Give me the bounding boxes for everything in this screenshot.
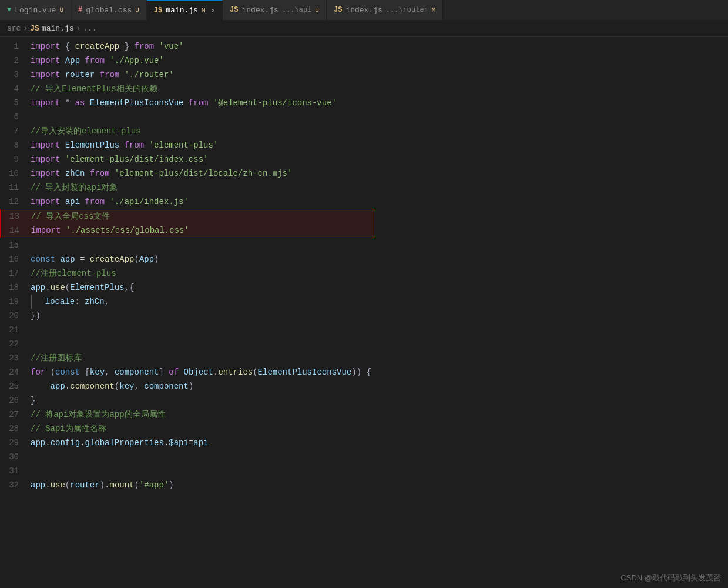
tab-index-js-api[interactable]: JS index.js ...\api U <box>223 0 327 20</box>
line-content: import * as ElementPlusIconsVue from '@e… <box>28 96 728 110</box>
code-line-31: 31 <box>0 464 728 478</box>
line-content: // 导入封装的api对象 <box>28 181 728 195</box>
code-line-29: 29 app.config.globalProperties.$api=api <box>0 436 728 450</box>
tab-label: global.css <box>86 6 132 15</box>
code-line-8: 8 import ElementPlus from 'element-plus' <box>0 138 728 152</box>
line-number: 11 <box>0 181 28 195</box>
line-number: 25 <box>0 379 28 393</box>
tab-label: index.js <box>242 6 279 15</box>
tab-badge: U <box>135 6 139 14</box>
line-number: 4 <box>0 82 28 96</box>
tab-badge: M <box>202 7 206 14</box>
code-line-4: 4 // 导入ElementPlus相关的依赖 <box>0 82 728 96</box>
line-content: locale: zhCn, <box>28 295 728 309</box>
line-number: 17 <box>0 266 28 280</box>
tab-badge: M <box>432 6 436 14</box>
line-content: // 将api对象设置为app的全局属性 <box>28 407 728 422</box>
js-icon: JS <box>230 6 238 14</box>
code-line-26: 26 } <box>0 393 728 407</box>
line-number: 31 <box>0 464 28 478</box>
line-number: 20 <box>0 309 28 323</box>
line-content: import ElementPlus from 'element-plus' <box>28 138 728 152</box>
line-content: import App from './App.vue' <box>28 54 728 68</box>
line-number: 12 <box>0 195 28 209</box>
line-content: app.use(router).mount('#app') <box>28 478 728 492</box>
line-number: 32 <box>0 478 28 492</box>
code-line-15: 15 <box>0 238 728 252</box>
line-number: 3 <box>0 68 28 82</box>
code-line-16: 16 const app = createApp(App) <box>0 252 728 266</box>
tab-label: main.js <box>166 6 198 15</box>
tab-sublabel: ...\api <box>282 6 311 14</box>
line-content: for (const [key, component] of Object.en… <box>28 365 728 379</box>
line-number: 23 <box>0 351 28 365</box>
line-number: 7 <box>0 124 28 138</box>
line-number: 27 <box>0 407 28 422</box>
line-number: 10 <box>0 166 28 181</box>
line-content: // 导入ElementPlus相关的依赖 <box>28 82 728 96</box>
tab-badge: U <box>315 6 319 14</box>
tab-close-button[interactable]: ✕ <box>211 6 215 14</box>
line-number: 21 <box>0 323 28 337</box>
line-content: import './assets/css/global.css' <box>29 223 375 238</box>
line-content: // 导入全局css文件 <box>29 209 375 223</box>
line-content: app.config.globalProperties.$api=api <box>28 436 728 450</box>
line-number: 19 <box>0 295 28 309</box>
tab-global-css[interactable]: # global.css U <box>71 0 147 20</box>
line-content: //注册element-plus <box>28 266 728 280</box>
line-number: 6 <box>0 110 28 124</box>
line-content: //注册图标库 <box>28 351 728 365</box>
tab-index-js-router[interactable]: JS index.js ...\router M <box>327 0 443 20</box>
code-line-27: 27 // 将api对象设置为app的全局属性 <box>0 407 728 422</box>
breadcrumb-src: src <box>7 24 21 33</box>
line-content: }) <box>28 309 728 323</box>
line-content: } <box>28 393 728 407</box>
line-number: 28 <box>0 422 28 436</box>
code-line-19: 19 locale: zhCn, <box>0 295 728 309</box>
code-line-11: 11 // 导入封装的api对象 <box>0 181 728 195</box>
code-line-22: 22 <box>0 337 728 351</box>
line-content: app.component(key, component) <box>28 379 728 393</box>
line-number: 1 <box>0 39 28 54</box>
code-line-28: 28 // $api为属性名称 <box>0 422 728 436</box>
code-line-3: 3 import router from './router' <box>0 68 728 82</box>
line-number: 8 <box>0 138 28 152</box>
line-content: const app = createApp(App) <box>28 252 728 266</box>
code-line-1: 1 import { createApp } from 'vue' <box>0 39 728 54</box>
code-line-12: 12 import api from './api/index.js' <box>0 195 728 209</box>
code-line-10: 10 import zhCn from 'element-plus/dist/l… <box>0 166 728 181</box>
code-line-23: 23 //注册图标库 <box>0 351 728 365</box>
tab-label: Login.vue <box>15 6 56 15</box>
line-content: import router from './router' <box>28 68 728 82</box>
code-line-2: 2 import App from './App.vue' <box>0 54 728 68</box>
code-line-21: 21 <box>0 323 728 337</box>
line-number: 22 <box>0 337 28 351</box>
code-line-6: 6 <box>0 110 728 124</box>
code-line-9: 9 import 'element-plus/dist/index.css' <box>0 152 728 166</box>
code-line-5: 5 import * as ElementPlusIconsVue from '… <box>0 96 728 110</box>
tab-main-js[interactable]: JS main.js M ✕ <box>147 0 223 20</box>
line-content: import { createApp } from 'vue' <box>28 39 728 54</box>
code-line-13: 13 // 导入全局css文件 <box>1 209 375 223</box>
breadcrumb-sep2: › <box>76 24 80 33</box>
breadcrumb-js-icon: JS <box>30 24 39 33</box>
line-number: 30 <box>0 450 28 464</box>
code-editor: 1 import { createApp } from 'vue' 2 impo… <box>0 37 728 588</box>
code-line-14: 14 import './assets/css/global.css' <box>1 223 375 238</box>
watermark: CSDN @敲代码敲到头发茂密 <box>620 573 721 583</box>
line-number: 29 <box>0 436 28 450</box>
tab-login-vue[interactable]: ▼ Login.vue U <box>0 0 71 20</box>
line-number: 24 <box>0 365 28 379</box>
line-number: 18 <box>0 280 28 295</box>
tab-badge: U <box>59 6 63 14</box>
line-number: 16 <box>0 252 28 266</box>
line-content: app.use(ElementPlus,{ <box>28 280 728 295</box>
code-lines: 1 import { createApp } from 'vue' 2 impo… <box>0 37 728 492</box>
code-line-20: 20 }) <box>0 309 728 323</box>
line-number: 13 <box>1 209 29 223</box>
line-number: 2 <box>0 54 28 68</box>
tab-sublabel: ...\router <box>386 6 428 14</box>
line-number: 15 <box>0 238 28 252</box>
line-number: 26 <box>0 393 28 407</box>
code-line-18: 18 app.use(ElementPlus,{ <box>0 280 728 295</box>
